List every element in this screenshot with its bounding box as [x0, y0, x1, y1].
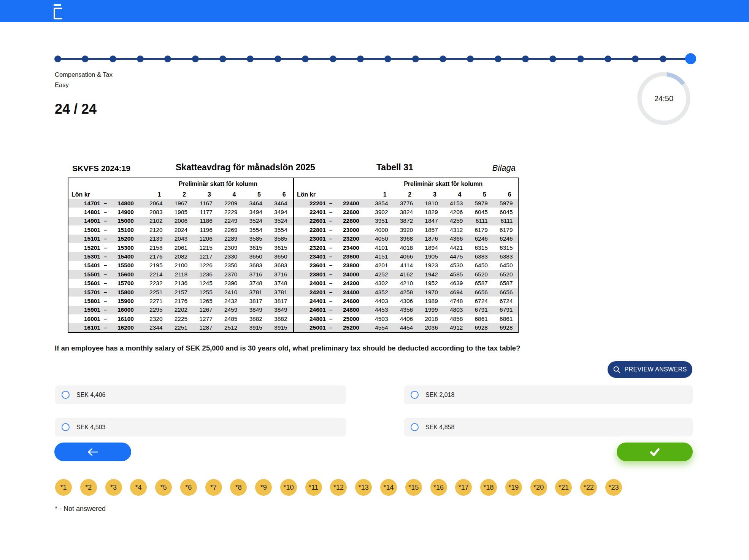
question-nav-item[interactable]: *16 [430, 479, 447, 496]
radio-button[interactable] [411, 391, 419, 399]
question-nav-item[interactable]: *8 [230, 479, 247, 496]
tax-value-cell: 1989 [418, 298, 443, 305]
tax-value-cell: 4803 [443, 306, 468, 313]
tax-value-cell: 2018 [418, 316, 443, 322]
question-nav-item[interactable]: *2 [80, 479, 97, 496]
range-from: 22201 [294, 200, 326, 207]
tax-value-cell: 6383 [493, 253, 518, 260]
check-icon [649, 447, 660, 457]
question-nav-item[interactable]: *9 [255, 479, 272, 496]
question-nav-item[interactable]: *7 [205, 479, 222, 496]
tax-value-cell: 2251 [168, 324, 193, 331]
column-number-header: 4 [218, 191, 243, 199]
confirm-answer-button[interactable] [617, 443, 693, 461]
tax-value-cell: 2083 [143, 209, 168, 216]
tax-value-cell: 4554 [368, 324, 394, 331]
tax-value-cell: 4066 [394, 253, 419, 260]
question-nav-item[interactable]: *6 [180, 479, 197, 496]
column-number-header: 3 [193, 191, 218, 199]
range-separator: – [326, 324, 336, 331]
preview-answers-button[interactable]: PREVIEW ANSWERS [608, 361, 692, 378]
answer-option[interactable]: SEK 4,503 [55, 418, 346, 436]
question-nav-item[interactable]: *11 [305, 479, 322, 496]
tax-value-cell: 6315 [493, 244, 518, 251]
question-nav-item[interactable]: *22 [580, 479, 597, 496]
tax-value-cell: 6450 [493, 262, 518, 269]
tax-table-row: 15001–15100212020241196226935543554 [68, 225, 293, 234]
radio-button[interactable] [411, 423, 419, 431]
question-nav-item[interactable]: *13 [355, 479, 372, 496]
tax-value-cell: 1245 [193, 280, 218, 287]
range-from: 14801 [68, 209, 100, 216]
range-from: 24801 [294, 316, 326, 322]
question-nav-item[interactable]: *17 [455, 479, 472, 496]
tax-value-cell: 6315 [468, 244, 493, 251]
column-group-header: Preliminär skatt för kolumn [368, 178, 518, 189]
answer-option[interactable]: SEK 4,406 [55, 385, 346, 404]
question-nav-item[interactable]: *10 [280, 479, 297, 496]
range-to: 15700 [110, 280, 134, 287]
tax-table-row: 24601–24800445343561999480367916791 [294, 306, 518, 314]
tax-value-cell: 4162 [394, 271, 419, 278]
question-nav-item[interactable]: *1 [55, 479, 72, 496]
tax-value-cell: 3650 [243, 253, 268, 260]
stepper-dot [219, 56, 226, 62]
range-from: 24401 [294, 298, 326, 305]
range-from: 15501 [68, 271, 100, 278]
range-separator: – [100, 316, 110, 322]
tax-value-cell: 3849 [268, 306, 293, 313]
question-nav-item[interactable]: *5 [155, 479, 172, 496]
range-separator: – [100, 306, 110, 313]
range-to: 15500 [110, 262, 134, 269]
annex-label: Bilaga [492, 163, 516, 173]
tax-value-cell: 3716 [268, 271, 293, 278]
tax-value-cell: 4210 [394, 280, 419, 287]
question-nav-item[interactable]: *20 [530, 479, 547, 496]
radio-button[interactable] [62, 423, 70, 431]
tax-table-row: 14701–14800206419671167220934643464 [68, 199, 293, 208]
tax-value-cell: 3915 [243, 324, 268, 331]
tax-value-cell: 3683 [243, 262, 268, 269]
tax-value-cell: 4453 [368, 306, 394, 313]
tax-value-cell: 2120 [143, 227, 168, 233]
tax-value-cell: 2269 [218, 227, 243, 233]
salary-range-cell: 15401–15500 [68, 262, 143, 269]
tax-value-cell: 1167 [193, 200, 218, 207]
question-nav-item[interactable]: *3 [105, 479, 122, 496]
tax-value-cell: 3716 [243, 271, 268, 278]
question-nav-item[interactable]: *14 [380, 479, 397, 496]
tax-value-cell: 2229 [218, 209, 243, 216]
question-nav-item[interactable]: *21 [555, 479, 572, 496]
salary-range-cell: 15801–15900 [68, 298, 143, 305]
question-nav-item[interactable]: *4 [130, 479, 147, 496]
radio-button[interactable] [62, 391, 70, 399]
tax-table-row: 24201–24400435242581970469466566656 [294, 288, 518, 297]
tax-value-cell: 6587 [468, 280, 493, 287]
question-nav-item[interactable]: *18 [480, 479, 497, 496]
stepper-dot [660, 56, 666, 62]
tax-value-cell: 2350 [218, 262, 243, 269]
salary-range-cell: 22401–22600 [294, 209, 368, 216]
tax-table-row: 22201–22400385437761810415359795979 [294, 199, 518, 208]
answer-option[interactable]: SEK 2,018 [404, 385, 693, 404]
back-button[interactable] [54, 443, 131, 461]
tax-value-cell: 4352 [368, 289, 394, 296]
salary-range-cell: 15701–15800 [68, 289, 143, 296]
tax-value-cell: 6724 [493, 298, 518, 305]
question-nav-item[interactable]: *12 [330, 479, 347, 496]
tax-value-cell: 1967 [168, 200, 193, 207]
stepper-dot [164, 56, 171, 62]
range-separator: – [326, 217, 336, 224]
tax-value-cell: 3968 [394, 235, 419, 242]
tax-table: Preliminär skatt för kolumnLön kr1234561… [68, 178, 519, 333]
range-from: 15601 [68, 280, 100, 287]
question-nav-item[interactable]: *15 [405, 479, 422, 496]
tax-value-cell: 2390 [218, 280, 243, 287]
tax-value-cell: 3748 [268, 280, 293, 287]
answer-option[interactable]: SEK 4,858 [404, 418, 693, 436]
stepper-dot [605, 56, 611, 62]
tax-value-cell: 4912 [443, 324, 468, 331]
range-to: 23400 [336, 244, 359, 251]
question-nav-item[interactable]: *19 [505, 479, 522, 496]
question-nav-item[interactable]: *23 [605, 479, 622, 496]
